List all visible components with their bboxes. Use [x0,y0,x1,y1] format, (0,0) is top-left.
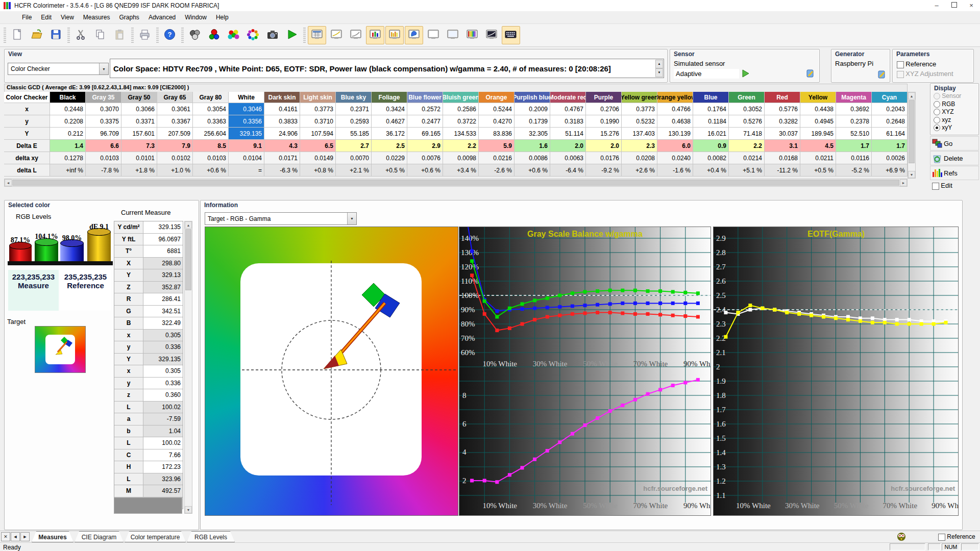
table-corner-header[interactable]: Color Checker [4,92,50,103]
help-button[interactable]: ? [161,26,179,44]
cell-x[interactable]: 0.4161 [264,103,300,115]
cell-Y[interactable]: 157.601 [121,128,157,140]
cell-Y[interactable]: 32.305 [514,128,550,140]
cell-delta-e[interactable]: 1.7 [872,140,908,152]
menu-item-view[interactable]: View [56,12,79,22]
cell-x[interactable]: 0.3061 [157,103,193,115]
cell-y[interactable]: 0.2208 [50,115,86,128]
display-option-sensor[interactable]: Sensor [934,92,961,101]
cell-delta-l[interactable]: +0.6 % [514,164,550,177]
cell-Y[interactable]: 51.114 [550,128,586,140]
sensor-config-icon[interactable] [806,69,815,78]
column-header-red[interactable]: Red [765,92,800,103]
chevron-down-icon[interactable]: ▼ [99,63,108,74]
cell-delta-e[interactable]: 1.6 [514,140,550,152]
tab-rgb-levels[interactable]: RGB Levels [187,531,235,542]
cell-delta-l[interactable]: +0.8 % [300,164,336,177]
column-header-gray-80[interactable]: Gray 80 [193,92,229,103]
cell-Y[interactable]: 207.509 [157,128,193,140]
cell-delta-xy[interactable]: 0.0103 [86,152,121,164]
cell-delta-l[interactable]: +0.5 % [372,164,407,177]
sensor-start-icon[interactable] [742,69,750,78]
column-header-gray-50[interactable]: Gray 50 [121,92,157,103]
cell-delta-e[interactable]: 1.4 [50,140,86,152]
view-gamma-monitor-button[interactable] [482,26,501,44]
cell-y[interactable]: 0.3371 [121,115,157,128]
cell-delta-l[interactable]: +0.4 % [693,164,729,177]
cell-y[interactable]: 0.4627 [372,115,407,128]
cell-delta-xy[interactable]: 0.0063 [550,152,586,164]
cell-y[interactable]: 0.3367 [157,115,193,128]
column-header-light-skin[interactable]: Light skin [300,92,336,103]
view-histogram-button[interactable] [463,26,481,44]
cell-y[interactable]: 0.2378 [836,115,872,128]
cell-delta-l[interactable]: = [229,164,264,177]
table-hscrollbar[interactable]: ◄ ► [4,179,908,187]
cell-x[interactable]: 0.3054 [193,103,229,115]
column-header-black[interactable]: Black [50,92,86,103]
new-file-button[interactable] [8,26,27,44]
cell-delta-l[interactable]: -9.2 % [586,164,622,177]
cell-Y[interactable]: 30.037 [765,128,800,140]
column-header-blue-flower[interactable]: Blue flower [407,92,443,103]
cell-Y[interactable]: 61.164 [872,128,908,140]
status-reference-checkbox[interactable]: Reference [938,533,975,541]
cell-delta-e[interactable]: 1.7 [836,140,872,152]
cell-x[interactable]: 0.1764 [693,103,729,115]
cell-x[interactable]: 0.3424 [372,103,407,115]
info-spin-up-button[interactable]: ▲ [655,60,663,68]
view-cie-chart-button[interactable] [405,26,423,44]
cell-delta-e[interactable]: 6.5 [300,140,336,152]
cell-Y[interactable]: 69.165 [407,128,443,140]
column-header-orange[interactable]: Orange [479,92,514,103]
cell-delta-xy[interactable]: 0.0171 [264,152,300,164]
cell-x[interactable]: 0.3052 [729,103,765,115]
cell-Y[interactable]: 96.709 [86,128,121,140]
cell-delta-l[interactable]: -6.4 % [550,164,586,177]
cell-delta-l[interactable]: +6.9 % [872,164,908,177]
cell-delta-e[interactable]: 2.9 [407,140,443,152]
copy-button[interactable] [91,26,110,44]
cell-y[interactable]: 0.3282 [765,115,800,128]
display-option-xyz[interactable]: XYZ [934,108,961,116]
cell-delta-e[interactable]: 2.0 [550,140,586,152]
cell-x[interactable]: 0.2586 [443,103,479,115]
cell-delta-xy[interactable]: 0.0149 [300,152,336,164]
snapshot-button[interactable] [263,26,282,44]
cell-delta-l[interactable]: +2.1 % [336,164,372,177]
xyz-adjustment-checkbox[interactable]: XYZ Adjustment [897,70,953,78]
cell-x[interactable]: 0.3773 [300,103,336,115]
sensor-mode[interactable]: Adaptive [674,69,739,79]
cell-delta-l[interactable]: +0.6 % [407,164,443,177]
cell-x[interactable]: 0.5244 [479,103,514,115]
cell-y[interactable]: 0.3356 [229,115,264,128]
cut-button[interactable] [72,26,90,44]
column-header-cyan[interactable]: Cyan [872,92,908,103]
cell-delta-xy[interactable]: 0.0070 [336,152,372,164]
column-header-dark-skin[interactable]: Dark skin [264,92,300,103]
edit-checkbox[interactable]: Edit [932,182,952,190]
cell-delta-l[interactable]: +2.6 % [622,164,657,177]
cell-Y[interactable]: 189.945 [800,128,836,140]
column-header-gray-35[interactable]: Gray 35 [86,92,121,103]
cell-delta-e[interactable]: 2.2 [729,140,765,152]
cell-y[interactable]: 0.5276 [729,115,765,128]
cell-delta-xy[interactable]: 0.0104 [229,152,264,164]
cell-y[interactable]: 0.5232 [622,115,657,128]
cell-delta-e[interactable]: 0.9 [693,140,729,152]
cell-Y[interactable]: 71.418 [729,128,765,140]
cell-delta-xy[interactable]: 0.0101 [121,152,157,164]
measure-secondaries-button[interactable] [225,26,243,44]
cell-Y[interactable]: 24.906 [264,128,300,140]
menu-item-advanced[interactable]: Advanced [144,12,180,22]
cell-y[interactable]: 0.3183 [550,115,586,128]
cell-delta-xy[interactable]: 0.0176 [586,152,622,164]
column-header-blue[interactable]: Blue [693,92,729,103]
cell-delta-e[interactable]: 2.5 [372,140,407,152]
cell-x[interactable]: 0.3066 [121,103,157,115]
cell-delta-e[interactable]: 7.9 [157,140,193,152]
cell-Y[interactable]: 107.594 [300,128,336,140]
cell-delta-e[interactable]: 2.2 [443,140,479,152]
measure-color-checker-button[interactable] [244,26,262,44]
cell-y[interactable]: 0.3722 [443,115,479,128]
